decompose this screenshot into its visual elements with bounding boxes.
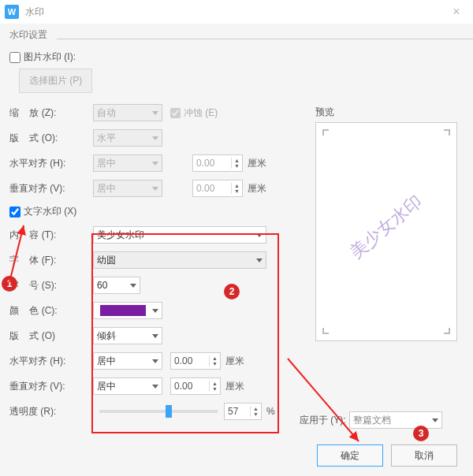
txt-layout-dropdown[interactable]: 倾斜 <box>93 327 162 344</box>
zoom-dropdown: 自动 <box>93 104 162 121</box>
img-valign-unit: 厘米 <box>248 182 266 195</box>
preview-canvas: 美少女水印 <box>315 122 457 341</box>
preview-panel: 预览 美少女水印 <box>315 106 457 341</box>
txt-halign-num[interactable]: 0.00▲▼ <box>170 352 221 370</box>
txt-halign-dropdown[interactable]: 居中 <box>93 352 162 370</box>
apply-row: 应用于 (Y): 整篇文档 <box>300 411 457 429</box>
txt-valign-num[interactable]: 0.00▲▼ <box>170 377 221 395</box>
color-swatch <box>100 305 146 316</box>
crop-mark-br-icon <box>444 328 450 334</box>
erode-label: 冲蚀 (E) <box>184 106 218 120</box>
size-dropdown[interactable]: 60 <box>93 277 140 294</box>
close-icon[interactable]: × <box>445 5 468 19</box>
txt-halign-unit: 厘米 <box>225 355 244 368</box>
crop-mark-tr-icon <box>444 129 450 136</box>
image-watermark-checkbox[interactable]: 图片水印 (I): <box>9 50 464 64</box>
dialog-buttons: 确定 取消 <box>317 444 457 467</box>
color-dropdown[interactable] <box>93 302 162 319</box>
text-watermark-label: 文字水印 (X) <box>24 205 76 218</box>
opacity-pct: % <box>266 406 275 417</box>
img-halign-num: 0.00▲▼ <box>192 154 243 172</box>
img-valign-num: 0.00▲▼ <box>192 180 243 197</box>
group-rule <box>57 39 473 39</box>
img-layout-dropdown: 水平 <box>93 129 162 147</box>
image-watermark-label: 图片水印 (I): <box>24 50 76 64</box>
crop-mark-bl-icon <box>322 328 329 334</box>
watermark-sample: 美少女水印 <box>345 191 427 265</box>
txt-valign-dropdown[interactable]: 居中 <box>93 377 162 395</box>
cancel-button[interactable]: 取消 <box>391 444 457 467</box>
image-watermark-check-input[interactable] <box>9 52 20 63</box>
img-halign-unit: 厘米 <box>248 157 266 170</box>
size-label: 字 号 (S): <box>9 279 93 292</box>
img-halign-label: 水平对齐 (H): <box>9 157 93 170</box>
content-label: 内 容 (T): <box>9 229 93 242</box>
opacity-slider[interactable] <box>99 410 218 413</box>
window-title: 水印 <box>25 6 44 19</box>
crop-mark-tl-icon <box>322 129 329 136</box>
pick-image-button: 选择图片 (P) <box>19 69 92 93</box>
img-halign-dropdown: 居中 <box>93 154 162 172</box>
txt-halign-label: 水平对齐 (H): <box>9 355 93 368</box>
text-watermark-check-input[interactable] <box>9 206 20 218</box>
opacity-label: 透明度 (R): <box>9 405 93 418</box>
erode-checkbox <box>170 108 181 118</box>
group-title: 水印设置 <box>9 28 464 42</box>
ok-button[interactable]: 确定 <box>317 444 383 467</box>
preview-label: 预览 <box>315 106 457 119</box>
img-valign-label: 垂直对齐 (V): <box>9 182 93 195</box>
apply-label: 应用于 (Y): <box>300 414 346 427</box>
content-dropdown[interactable]: 美少女水印 <box>93 226 266 244</box>
font-label: 字 体 (F): <box>9 254 93 267</box>
txt-valign-label: 垂直对齐 (V): <box>9 380 93 393</box>
color-label: 颜 色 (C): <box>9 304 93 318</box>
font-dropdown[interactable]: 幼圆 <box>93 251 266 269</box>
zoom-label: 缩 放 (Z): <box>9 106 93 120</box>
img-layout-label: 版 式 (O): <box>9 132 93 145</box>
txt-layout-label: 版 式 (O) <box>9 329 93 343</box>
img-valign-dropdown: 居中 <box>93 180 162 197</box>
app-logo-icon: W <box>5 5 19 19</box>
title-bar: W 水印 × <box>0 0 473 24</box>
txt-valign-unit: 厘米 <box>225 380 244 393</box>
opacity-num[interactable]: 57▲▼ <box>224 403 262 420</box>
apply-dropdown[interactable]: 整篇文档 <box>349 411 442 429</box>
